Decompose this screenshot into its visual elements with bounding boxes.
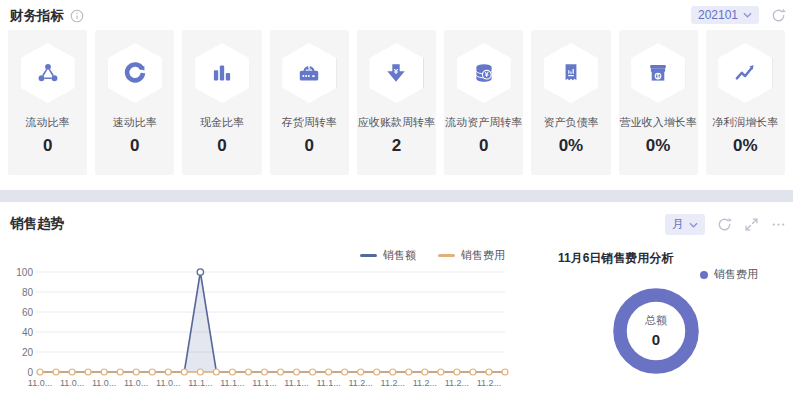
sales-controls: 月 xyxy=(665,214,786,235)
svg-text:¥: ¥ xyxy=(485,71,489,78)
shop-dollar-icon: $ xyxy=(645,60,671,86)
metric-label: 应收账款周转率 xyxy=(358,115,435,130)
svg-text:$: $ xyxy=(308,66,311,71)
svg-text:60: 60 xyxy=(22,307,34,318)
svg-text:0: 0 xyxy=(27,367,33,378)
svg-text:$: $ xyxy=(657,73,660,79)
metric-value: 2 xyxy=(392,136,401,156)
metric-hexagon: ¥ xyxy=(457,43,511,103)
svg-text:¥: ¥ xyxy=(394,67,399,76)
info-icon[interactable] xyxy=(70,9,84,23)
metric-hexagon: ¥ xyxy=(369,43,423,103)
svg-text:11.2...: 11.2... xyxy=(477,378,501,388)
metric-hexagon xyxy=(21,43,75,103)
chevron-down-icon xyxy=(689,222,698,228)
sales-amount-swatch xyxy=(360,254,377,257)
money-box-icon: $ xyxy=(296,60,322,86)
metric-card-money-box[interactable]: $ 存货周转率 0 xyxy=(270,30,349,175)
svg-text:11.1...: 11.1... xyxy=(252,378,276,388)
metric-card-coins-yuan[interactable]: ¥ 流动资产周转率 0 xyxy=(444,30,523,175)
metric-label: 流动资产周转率 xyxy=(445,115,522,130)
sales-trend-line-chart[interactable]: 02040608010011.0...11.0...11.0...11.0...… xyxy=(6,258,511,398)
sales-title: 销售趋势 xyxy=(10,215,64,233)
svg-text:11.1...: 11.1... xyxy=(188,378,212,388)
donut-center-label: 总额 xyxy=(608,313,704,328)
coins-yuan-icon: ¥ xyxy=(471,60,497,86)
metric-value: 0 xyxy=(217,136,226,156)
expand-icon[interactable] xyxy=(744,217,759,232)
metric-card-share-nodes[interactable]: 流动比率 0 xyxy=(8,30,87,175)
period-select-value: 202101 xyxy=(698,8,738,22)
chevron-down-icon xyxy=(743,12,752,18)
metric-hexagon: $ xyxy=(282,43,336,103)
trend-line-icon xyxy=(732,60,758,86)
svg-text:11.0...: 11.0... xyxy=(124,378,148,388)
granularity-select[interactable]: 月 xyxy=(665,214,705,235)
metric-label: 资产负债率 xyxy=(543,115,598,130)
granularity-select-value: 月 xyxy=(672,216,684,233)
metric-card-sync-circle[interactable]: 速动比率 0 xyxy=(95,30,174,175)
share-nodes-icon xyxy=(35,60,61,86)
svg-text:40: 40 xyxy=(22,327,34,338)
metric-card-bar-chart[interactable]: 现金比率 0 xyxy=(182,30,261,175)
svg-text:80: 80 xyxy=(22,287,34,298)
metric-hexagon xyxy=(544,43,598,103)
receipt-chart-icon xyxy=(558,60,584,86)
finance-header: 财务指标 xyxy=(10,7,84,25)
pie-chart-legend: 销售费用 xyxy=(700,267,758,282)
sales-header: 销售趋势 xyxy=(10,215,64,233)
svg-text:11.0...: 11.0... xyxy=(60,378,84,388)
svg-text:11.2...: 11.2... xyxy=(349,378,373,388)
svg-text:11.0...: 11.0... xyxy=(28,378,52,388)
metric-cards-row: 流动比率 0 速动比率 0 现金比率 0 $ 存货周转率 0 ¥ 应收账款周转率… xyxy=(8,30,785,175)
sales-expense-dot xyxy=(700,271,708,279)
finance-controls: 202101 xyxy=(691,6,786,24)
metric-hexagon: $ xyxy=(631,43,685,103)
metric-hexagon xyxy=(195,43,249,103)
metric-value: 0 xyxy=(43,136,52,156)
metric-card-trend-line[interactable]: 净利润增长率 0% xyxy=(706,30,785,175)
metric-value: 0 xyxy=(305,136,314,156)
svg-text:11.1...: 11.1... xyxy=(284,378,308,388)
sync-circle-icon xyxy=(122,60,148,86)
metric-value: 0 xyxy=(130,136,139,156)
metric-label: 速动比率 xyxy=(113,115,157,130)
svg-text:11.2...: 11.2... xyxy=(381,378,405,388)
metric-card-receipt-chart[interactable]: 资产负债率 0% xyxy=(531,30,610,175)
period-select[interactable]: 202101 xyxy=(691,6,759,24)
svg-text:100: 100 xyxy=(16,267,33,278)
svg-text:11.0...: 11.0... xyxy=(92,378,116,388)
section-separator xyxy=(0,190,793,202)
legend-label: 销售费用 xyxy=(714,267,758,282)
donut-center-text: 总额 0 xyxy=(608,313,704,348)
svg-text:11.0...: 11.0... xyxy=(156,378,180,388)
svg-text:11.2...: 11.2... xyxy=(445,378,469,388)
metric-hexagon xyxy=(108,43,162,103)
pie-chart-title: 11月6日销售费用分析 xyxy=(558,250,673,267)
metric-value: 0% xyxy=(559,136,584,156)
refresh-icon[interactable] xyxy=(717,217,732,232)
metric-value: 0% xyxy=(646,136,671,156)
metric-hexagon xyxy=(718,43,772,103)
sales-expense-swatch xyxy=(438,254,455,257)
donut-center-value: 0 xyxy=(608,331,704,348)
metric-card-arrow-down-yuan[interactable]: ¥ 应收账款周转率 2 xyxy=(357,30,436,175)
svg-text:11.2...: 11.2... xyxy=(413,378,437,388)
finance-title: 财务指标 xyxy=(10,7,64,25)
metric-card-shop-dollar[interactable]: $ 营业收入增长率 0% xyxy=(619,30,698,175)
metric-label: 净利润增长率 xyxy=(712,115,778,130)
svg-text:11.1...: 11.1... xyxy=(220,378,244,388)
metric-label: 营业收入增长率 xyxy=(620,115,697,130)
metric-value: 0% xyxy=(733,136,758,156)
arrow-down-yuan-icon: ¥ xyxy=(383,60,409,86)
bar-chart-icon xyxy=(209,60,235,86)
metric-label: 存货周转率 xyxy=(282,115,337,130)
legend-item-sales-expense[interactable]: 销售费用 xyxy=(700,267,758,282)
refresh-icon[interactable] xyxy=(771,8,786,23)
metric-value: 0 xyxy=(479,136,488,156)
metric-label: 现金比率 xyxy=(200,115,244,130)
svg-text:11.1...: 11.1... xyxy=(316,378,340,388)
more-icon[interactable] xyxy=(771,217,786,232)
svg-text:20: 20 xyxy=(22,347,34,358)
metric-label: 流动比率 xyxy=(26,115,70,130)
